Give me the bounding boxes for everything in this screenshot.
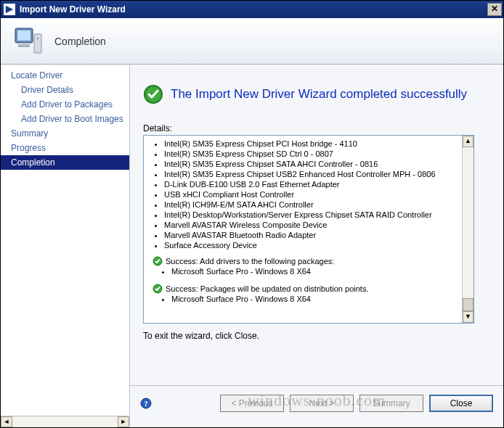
help-icon[interactable]: ? xyxy=(140,398,152,409)
status-line-distribution: Success: Packages will be updated on dis… xyxy=(153,284,471,294)
wizard-content: The Import New Driver Wizard completed s… xyxy=(130,65,503,427)
sidebar-item-progress[interactable]: Progress xyxy=(1,141,129,155)
window-title: Import New Driver Wizard xyxy=(20,1,487,18)
page-title: Completion xyxy=(54,36,106,47)
scroll-right-icon[interactable]: ► xyxy=(118,416,129,427)
sidebar-item-completion[interactable]: Completion xyxy=(1,155,129,170)
titlebar: Import New Driver Wizard ✕ xyxy=(1,1,503,18)
svg-rect-1 xyxy=(17,30,31,41)
previous-button: < Previous xyxy=(220,395,284,412)
status-line-packages: Success: Add drivers to the following pa… xyxy=(153,256,471,266)
list-item: Surface Accessory Device xyxy=(164,240,471,250)
scroll-left-icon[interactable]: ◄ xyxy=(1,416,12,427)
exit-instruction: To exit the wizard, click Close. xyxy=(143,331,490,341)
success-check-icon xyxy=(153,284,163,294)
sidebar-item-locate-driver[interactable]: Locate Driver xyxy=(1,68,129,83)
sidebar-item-driver-details[interactable]: Driver Details xyxy=(1,83,129,97)
wizard-header: Completion xyxy=(1,18,503,65)
scroll-thumb[interactable] xyxy=(463,298,473,311)
list-item: USB xHCI Compliant Host Controller xyxy=(164,189,471,199)
sidebar-item-add-driver-to-boot-images[interactable]: Add Driver to Boot Images xyxy=(1,112,129,126)
status-text: Success: Packages will be updated on dis… xyxy=(166,284,368,293)
sidebar-item-summary[interactable]: Summary xyxy=(1,126,129,141)
svg-rect-3 xyxy=(18,44,30,47)
summary-button: Summary xyxy=(359,395,423,412)
details-label: Details: xyxy=(143,123,490,133)
status-text: Success: Add drivers to the following pa… xyxy=(166,257,334,266)
list-item: Microsoft Surface Pro - Windows 8 X64 xyxy=(171,266,471,276)
scroll-up-icon[interactable]: ▲ xyxy=(463,136,473,147)
status-distribution-list: Microsoft Surface Pro - Windows 8 X64 xyxy=(171,294,471,304)
success-message: The Import New Driver Wizard completed s… xyxy=(171,87,467,102)
app-icon xyxy=(4,4,15,15)
scroll-down-icon[interactable]: ▼ xyxy=(463,311,473,323)
window-close-button[interactable]: ✕ xyxy=(487,3,502,16)
button-bar: ? < Previous Next > Summary Close xyxy=(130,385,503,420)
list-item: D-Link DUB-E100 USB 2.0 Fast Ethernet Ad… xyxy=(164,179,471,189)
list-item: Intel(R) Desktop/Workstation/Server Expr… xyxy=(164,210,471,220)
details-scrollbar[interactable]: ▲ ▼ xyxy=(462,136,473,323)
svg-rect-2 xyxy=(34,34,41,53)
sidebar-item-add-driver-to-packages[interactable]: Add Driver to Packages xyxy=(1,97,129,112)
close-button[interactable]: Close xyxy=(429,395,493,412)
list-item: Intel(R) ICH9M-E/M SATA AHCI Controller xyxy=(164,199,471,210)
scroll-track[interactable] xyxy=(12,416,118,427)
wizard-sidebar: Locate DriverDriver DetailsAdd Driver to… xyxy=(1,65,130,427)
success-check-icon xyxy=(143,84,163,104)
computer-icon xyxy=(11,24,46,59)
status-packages-list: Microsoft Surface Pro - Windows 8 X64 xyxy=(171,266,471,276)
list-item: Intel(R) SM35 Express Chipset USB2 Enhan… xyxy=(164,169,471,179)
next-button: Next > xyxy=(290,395,354,412)
scroll-track[interactable] xyxy=(463,147,473,311)
svg-text:?: ? xyxy=(144,399,148,408)
success-check-icon xyxy=(153,256,163,266)
list-item: Intel(R) SM35 Express Chipset SATA AHCI … xyxy=(164,159,471,169)
details-box: Intel(R) SM35 Express Chipset PCI Host b… xyxy=(143,135,474,324)
list-item: Marvell AVASTAR Bluetooth Radio Adapter xyxy=(164,230,471,240)
list-item: Intel(R) SM35 Express Chipset PCI Host b… xyxy=(164,139,471,149)
list-item: Marvell AVASTAR Wireless Composite Devic… xyxy=(164,220,471,230)
list-item: Microsoft Surface Pro - Windows 8 X64 xyxy=(171,294,471,304)
sidebar-scrollbar[interactable]: ◄ ► xyxy=(1,416,129,427)
driver-list: Intel(R) SM35 Express Chipset PCI Host b… xyxy=(164,139,471,250)
list-item: Intel(R) SM35 Express Chipset SD Ctrl 0 … xyxy=(164,149,471,159)
svg-point-4 xyxy=(37,38,38,39)
